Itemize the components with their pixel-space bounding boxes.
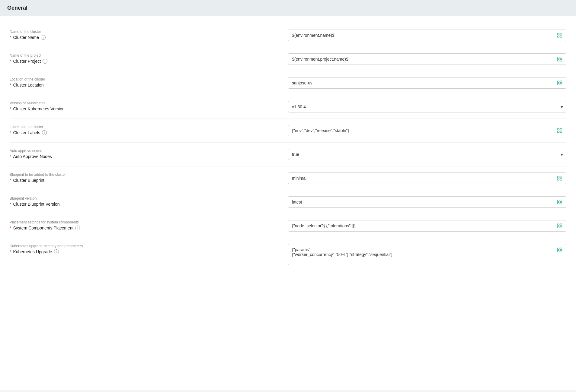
template-icon-button[interactable]: [553, 197, 566, 207]
input-group-cluster-kubernetes-version: v1.30.4v1.29.3v1.28.5▾: [288, 101, 566, 112]
required-star: *: [10, 202, 11, 207]
input-system-components-placement[interactable]: [288, 220, 553, 231]
input-cluster-labels[interactable]: [288, 125, 553, 136]
svg-rect-3: [560, 36, 562, 37]
label-group-cluster-blueprint: Blueprint to be added to the cluster* Cl…: [10, 172, 288, 183]
field-name-cluster-name: * Cluster Namei: [10, 35, 276, 40]
field-description-auto-approve-nodes: Auto approve nodes: [10, 149, 276, 153]
template-icon-button[interactable]: [553, 54, 566, 64]
info-icon[interactable]: i: [41, 35, 46, 40]
input-cluster-blueprint-version[interactable]: [288, 197, 553, 207]
field-label-text-cluster-labels: Cluster Labels: [13, 130, 40, 135]
svg-rect-17: [560, 176, 562, 178]
svg-rect-23: [560, 203, 562, 204]
template-icon-button[interactable]: [553, 244, 566, 255]
field-name-kubernetes-upgrade: * Kubernetes Upgradei: [10, 249, 276, 254]
input-cluster-name[interactable]: [288, 30, 553, 41]
input-cluster-location[interactable]: [288, 77, 553, 88]
field-name-cluster-project: * Cluster Projecti: [10, 59, 276, 64]
field-label-text-cluster-blueprint-version: Cluster Blueprint Version: [13, 202, 59, 207]
svg-rect-2: [558, 36, 559, 37]
info-icon[interactable]: i: [54, 249, 59, 254]
label-group-cluster-labels: Labels for the cluster* Cluster Labelsi: [10, 125, 288, 135]
label-group-cluster-blueprint-version: Blueprint version* Cluster Blueprint Ver…: [10, 196, 288, 207]
template-icon-button[interactable]: [553, 78, 566, 88]
required-star: *: [10, 226, 11, 230]
label-group-cluster-kubernetes-version: Version of Kubernetes* Cluster Kubernete…: [10, 101, 288, 111]
select-wrapper-auto-approve-nodes: truefalse▾: [288, 149, 566, 160]
textarea-kubernetes-upgrade[interactable]: [288, 244, 553, 265]
field-description-cluster-name: Name of the cluster: [10, 30, 276, 34]
input-group-auto-approve-nodes: truefalse▾: [288, 149, 566, 160]
svg-rect-4: [558, 57, 559, 58]
select-wrapper-cluster-kubernetes-version: v1.30.4v1.29.3v1.28.5▾: [288, 101, 566, 112]
field-description-system-components-placement: Placement settings for system components: [10, 220, 276, 224]
input-group-kubernetes-upgrade: [288, 244, 566, 265]
svg-rect-26: [558, 226, 559, 228]
required-star: *: [10, 106, 11, 111]
form-row-cluster-location: Location of the cluster* Cluster Locatio…: [10, 71, 566, 95]
required-star: *: [10, 178, 11, 183]
field-name-cluster-kubernetes-version: * Cluster Kubernetes Version: [10, 106, 276, 111]
select-cluster-kubernetes-version[interactable]: v1.30.4v1.29.3v1.28.5: [288, 101, 566, 112]
input-group-cluster-location: [288, 77, 566, 89]
form-row-cluster-name: Name of the cluster* Cluster Namei: [10, 24, 566, 47]
label-group-cluster-name: Name of the cluster* Cluster Namei: [10, 30, 288, 40]
field-description-cluster-project: Name of the project: [10, 53, 276, 58]
info-icon[interactable]: i: [75, 226, 80, 230]
required-star: *: [10, 35, 11, 40]
input-group-system-components-placement: [288, 220, 566, 232]
input-cluster-project[interactable]: [288, 54, 553, 65]
field-name-cluster-location: * Cluster Location: [10, 83, 276, 87]
required-star: *: [10, 249, 11, 254]
svg-rect-5: [560, 57, 562, 58]
svg-rect-9: [560, 81, 562, 82]
svg-rect-13: [560, 128, 562, 130]
svg-rect-20: [558, 200, 559, 201]
template-icon-button[interactable]: [553, 173, 566, 183]
input-wrapper-cluster-blueprint: [288, 172, 566, 184]
svg-rect-31: [560, 251, 562, 252]
label-group-cluster-location: Location of the cluster* Cluster Locatio…: [10, 77, 288, 87]
textarea-wrapper-kubernetes-upgrade: [288, 244, 566, 265]
svg-rect-21: [560, 200, 562, 201]
svg-rect-19: [560, 179, 562, 180]
field-label-text-system-components-placement: System Components Placement: [13, 226, 73, 230]
form-row-cluster-kubernetes-version: Version of Kubernetes* Cluster Kubernete…: [10, 95, 566, 119]
field-label-text-cluster-kubernetes-version: Cluster Kubernetes Version: [13, 106, 64, 111]
input-group-cluster-blueprint-version: [288, 196, 566, 208]
svg-rect-15: [560, 131, 562, 133]
template-icon-button[interactable]: [553, 125, 566, 136]
field-description-cluster-blueprint-version: Blueprint version: [10, 196, 276, 201]
label-group-system-components-placement: Placement settings for system components…: [10, 220, 288, 230]
page-title: General: [7, 5, 569, 11]
template-icon-button[interactable]: [553, 30, 566, 40]
template-icon-button[interactable]: [553, 221, 566, 231]
input-group-cluster-labels: [288, 125, 566, 136]
svg-rect-7: [560, 60, 562, 61]
form-row-kubernetes-upgrade: Kubernetes upgrade strategy and paramete…: [10, 238, 566, 271]
form-row-cluster-blueprint: Blueprint to be added to the cluster* Cl…: [10, 166, 566, 190]
label-group-auto-approve-nodes: Auto approve nodes* Auto Approve Nodes: [10, 149, 288, 159]
input-wrapper-cluster-project: [288, 53, 566, 65]
svg-rect-28: [558, 248, 559, 249]
svg-rect-12: [558, 128, 559, 130]
field-name-cluster-blueprint-version: * Cluster Blueprint Version: [10, 202, 276, 207]
info-icon[interactable]: i: [42, 130, 47, 135]
required-star: *: [10, 154, 11, 159]
label-group-kubernetes-upgrade: Kubernetes upgrade strategy and paramete…: [10, 244, 288, 254]
select-auto-approve-nodes[interactable]: truefalse: [288, 149, 566, 160]
svg-rect-8: [558, 81, 559, 82]
field-label-text-cluster-project: Cluster Project: [13, 59, 41, 64]
svg-rect-6: [558, 60, 559, 61]
required-star: *: [10, 130, 11, 135]
input-group-cluster-blueprint: [288, 172, 566, 184]
svg-rect-29: [560, 248, 562, 249]
input-wrapper-cluster-name: [288, 30, 566, 41]
field-name-auto-approve-nodes: * Auto Approve Nodes: [10, 154, 276, 159]
input-cluster-blueprint[interactable]: [288, 173, 553, 184]
field-label-text-auto-approve-nodes: Auto Approve Nodes: [13, 154, 52, 159]
info-icon[interactable]: i: [43, 59, 47, 64]
svg-rect-30: [558, 251, 559, 252]
field-description-cluster-kubernetes-version: Version of Kubernetes: [10, 101, 276, 105]
